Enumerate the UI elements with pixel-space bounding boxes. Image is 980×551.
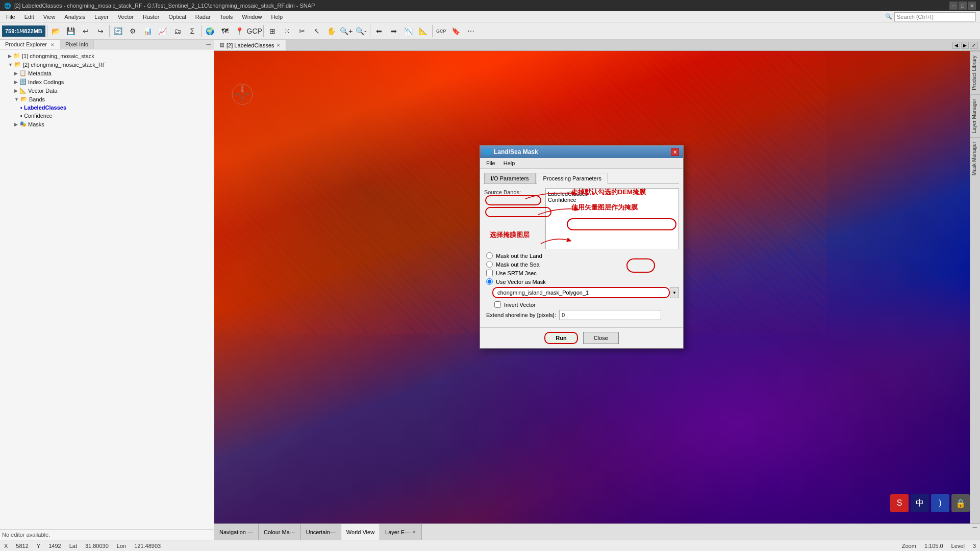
tree-label-index-codings: Index Codings bbox=[28, 79, 64, 85]
tree-item-masks[interactable]: ▶ 🎭 Masks bbox=[0, 120, 214, 128]
close-button[interactable]: Close bbox=[583, 332, 619, 344]
combo-arrow-btn[interactable]: ▼ bbox=[670, 287, 679, 298]
status-x-value: 5812 bbox=[16, 543, 28, 549]
menu-window[interactable]: Window bbox=[238, 13, 266, 21]
toolbar-btn-redo[interactable]: ↪ bbox=[93, 24, 108, 38]
toolbar-btn-more[interactable]: ⋯ bbox=[464, 24, 478, 38]
mask-sea-radio[interactable] bbox=[486, 261, 493, 268]
menu-optical[interactable]: Optical bbox=[164, 13, 190, 21]
toolbar-btn-pin2[interactable]: 🔖 bbox=[449, 24, 463, 38]
bottom-tab-navigation[interactable]: Navigation --- bbox=[214, 524, 259, 540]
doc-tab-nav-left[interactable]: ◀ bbox=[952, 42, 960, 49]
menu-help[interactable]: Help bbox=[267, 13, 287, 21]
toolbar-btn-layers[interactable]: 🗂 bbox=[170, 24, 185, 38]
toolbar-btn-chart[interactable]: 📊 bbox=[141, 24, 155, 38]
tree-item-index-codings[interactable]: ▶ 🔢 Index Codings bbox=[0, 77, 214, 86]
right-panel-tab-product-library[interactable]: Product Library bbox=[970, 51, 980, 94]
invert-vector-checkbox[interactable] bbox=[494, 301, 501, 308]
maximize-button[interactable]: □ bbox=[959, 2, 967, 10]
toolbar-btn-pin[interactable]: 📍 bbox=[233, 24, 247, 38]
menu-file[interactable]: File bbox=[2, 13, 19, 21]
tree-item-vector-data[interactable]: ▶ 📐 Vector Data bbox=[0, 86, 214, 95]
toolbar-btn-cursor[interactable]: ↖ bbox=[310, 24, 324, 38]
close-button[interactable]: ✕ bbox=[968, 2, 976, 10]
menu-edit[interactable]: Edit bbox=[20, 13, 38, 21]
run-button[interactable]: Run bbox=[544, 332, 577, 344]
mask-land-radio[interactable] bbox=[486, 252, 493, 259]
toolbar-btn-measure[interactable]: 📐 bbox=[416, 24, 431, 38]
toolbar-btn-gcp[interactable]: GCP bbox=[247, 24, 262, 38]
toolbar-btn-arrow-left[interactable]: ⬅ bbox=[372, 24, 386, 38]
tree-item-1[interactable]: ▶ 📁 [1] chongming_mosaic_stack bbox=[0, 51, 214, 60]
toolbar-btn-open[interactable]: 📂 bbox=[49, 24, 63, 38]
tab-pixel-info[interactable]: Pixel Info bbox=[60, 40, 94, 49]
toolbar-btn-hand[interactable]: ✋ bbox=[324, 24, 339, 38]
search-input[interactable] bbox=[894, 12, 976, 21]
title-bar: 🌐 [2] LabeledClasses - chongming_mosaic_… bbox=[0, 0, 980, 11]
tree-label-1: [1] chongming_mosaic_stack bbox=[22, 53, 94, 59]
toolbar-btn-zoom-in[interactable]: 🔍+ bbox=[339, 24, 354, 38]
dialog-menu-file[interactable]: File bbox=[482, 159, 499, 167]
extend-value-input[interactable] bbox=[559, 310, 661, 320]
bottom-tab-uncertainty[interactable]: Uncertain--- bbox=[301, 524, 341, 540]
toolbar-btn-arrow-right[interactable]: ➡ bbox=[387, 24, 401, 38]
sys-btn-lock[interactable]: 🔒 bbox=[951, 494, 970, 512]
use-vector-radio[interactable] bbox=[486, 278, 493, 285]
right-panel-tab-mask-manager[interactable]: Mask Manager bbox=[970, 137, 980, 179]
tree-item-metadata[interactable]: ▶ 📋 Metadata bbox=[0, 69, 214, 77]
toolbar-btn-sum[interactable]: Σ bbox=[185, 24, 199, 38]
doc-tab-labeled-classes[interactable]: 🖼 [2] LabeledClasses ✕ bbox=[214, 40, 286, 50]
toolbar-btn-gcp2[interactable]: GCP bbox=[434, 24, 448, 38]
use-srtm-checkbox[interactable] bbox=[486, 270, 493, 276]
tree-item-2[interactable]: ▼ 📂 [2] chongming_mosaic_stack_RF bbox=[0, 60, 214, 69]
sys-btn-bracket[interactable]: ) bbox=[931, 494, 949, 512]
menu-tools[interactable]: Tools bbox=[216, 13, 237, 21]
dialog-close-button[interactable]: ✕ bbox=[671, 148, 679, 156]
toolbar-btn-grid[interactable]: ⊞ bbox=[265, 24, 280, 38]
menu-layer[interactable]: Layer bbox=[90, 13, 113, 21]
toolbar-btn-dots[interactable]: ⁙ bbox=[280, 24, 294, 38]
toolbar-btn-crop[interactable]: ✂ bbox=[295, 24, 309, 38]
map-area[interactable]: N Product Library Layer Manager Mask Man… bbox=[214, 51, 980, 523]
doc-tab-nav-right[interactable]: ▶ bbox=[961, 42, 969, 49]
menu-radar[interactable]: Radar bbox=[191, 13, 215, 21]
menu-vector[interactable]: Vector bbox=[114, 13, 138, 21]
menu-view[interactable]: View bbox=[39, 13, 60, 21]
menu-analysis[interactable]: Analysis bbox=[60, 13, 89, 21]
menu-raster[interactable]: Raster bbox=[139, 13, 163, 21]
bottom-tab-colour[interactable]: Colour Ma--- bbox=[259, 524, 301, 540]
tree-item-confidence[interactable]: ▪ Confidence bbox=[0, 112, 214, 120]
sys-btn-zh[interactable]: 中 bbox=[911, 494, 929, 512]
right-panel-tabs: Product Library Layer Manager Mask Manag… bbox=[970, 51, 980, 523]
dialog-tab-processing[interactable]: Processing Parameters bbox=[537, 173, 608, 184]
tab-product-explorer-close[interactable]: ✕ bbox=[51, 42, 55, 47]
bottom-panel-collapse-btn[interactable]: ─ bbox=[969, 524, 980, 540]
toolbar-btn-settings[interactable]: ⚙ bbox=[126, 24, 140, 38]
use-srtm-label: Use SRTM 3sec bbox=[496, 270, 537, 276]
toolbar-btn-profile[interactable]: 📉 bbox=[401, 24, 416, 38]
doc-tab-maximize[interactable]: ⤢ bbox=[970, 42, 978, 49]
toolbar-btn-graph[interactable]: 📈 bbox=[156, 24, 170, 38]
dialog-tab-io[interactable]: I/O Parameters bbox=[484, 173, 536, 183]
toolbar-btn-globe[interactable]: 🌍 bbox=[203, 24, 217, 38]
tab-product-explorer[interactable]: Product Explorer ✕ bbox=[0, 40, 60, 49]
toolbar-btn-zoom-out[interactable]: 🔍- bbox=[354, 24, 368, 38]
sys-btn-s[interactable]: S bbox=[890, 494, 909, 512]
doc-tab-close[interactable]: ✕ bbox=[277, 43, 281, 48]
toolbar-btn-map[interactable]: 🗺 bbox=[218, 24, 232, 38]
index-codings-icon: 🔢 bbox=[19, 78, 27, 85]
minimize-button[interactable]: ─ bbox=[949, 2, 958, 10]
tree-item-bands[interactable]: ▼ 📂 Bands bbox=[0, 95, 214, 103]
panel-collapse-btn[interactable]: ─ bbox=[203, 41, 214, 48]
toolbar-btn-refresh[interactable]: 🔄 bbox=[111, 24, 125, 38]
right-panel-tab-layer-manager[interactable]: Layer Manager bbox=[970, 94, 980, 137]
source-bands-box[interactable]: LabeledClasses Confidence bbox=[545, 188, 679, 249]
toolbar-btn-save[interactable]: 💾 bbox=[64, 24, 78, 38]
vector-layer-input[interactable] bbox=[492, 287, 670, 298]
tree-item-labeled-classes[interactable]: ▪ LabeledClasses bbox=[0, 103, 214, 112]
bottom-tab-layer-editor[interactable]: Layer E--- ✕ bbox=[380, 524, 422, 540]
bottom-tab-world-view[interactable]: World View bbox=[341, 524, 380, 540]
dialog-menu-help[interactable]: Help bbox=[499, 159, 519, 167]
toolbar-btn-undo[interactable]: ↩ bbox=[79, 24, 93, 38]
bottom-tab-layer-editor-close[interactable]: ✕ bbox=[412, 530, 416, 535]
